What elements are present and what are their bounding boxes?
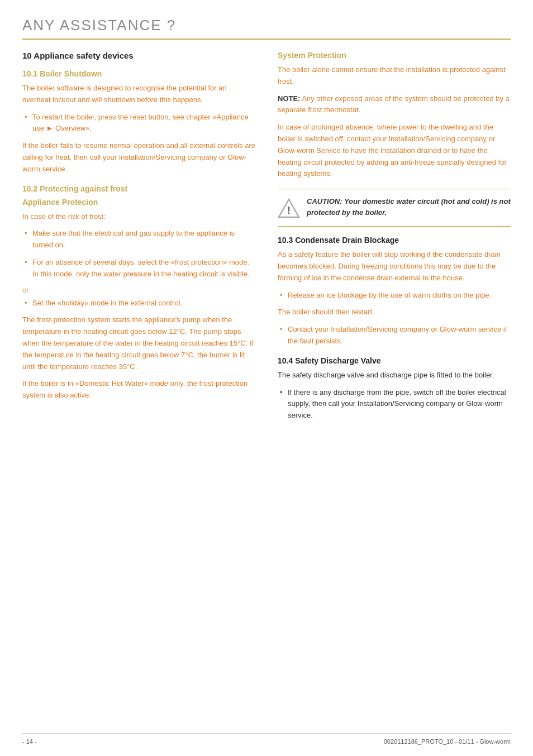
list-item: Set the «holiday» mode in the external c…: [22, 298, 255, 309]
system-protection-text1: The boiler alone cannot ensure that the …: [278, 64, 511, 88]
main-content: 10 Appliance safety devices 10.1 Boiler …: [22, 51, 511, 427]
list-item: Release an ice blockage by the use of wa…: [278, 290, 511, 302]
boiler-fails-text: If the boiler fails to resume normal ope…: [22, 140, 255, 175]
section-10-title: 10 Appliance safety devices: [22, 51, 255, 60]
discharge-bullets: If there is any discharge from the pipe,…: [278, 387, 511, 422]
caution-text: CAUTION: Your domestic water circuit (ho…: [307, 196, 511, 218]
holiday-bullets: Set the «holiday» mode in the external c…: [22, 298, 255, 309]
frost-bullets: Make sure that the electrical and gas su…: [22, 228, 255, 280]
section-10-3-title: 10.3 Condensate Drain Blockage: [278, 236, 511, 245]
system-protection-note: NOTE: Any other exposed areas of the sys…: [278, 93, 511, 117]
section-10-1-title: 10.1 Boiler Shutdown: [22, 69, 255, 78]
boiler-shutdown-text: The boiler software is designed to recog…: [22, 83, 255, 106]
or-label: or: [22, 286, 255, 294]
page-footer: - 14 - 0020112186_PROTO_10 - 01/11 - Glo…: [22, 733, 511, 745]
page-title: ANY ASSISTANCE ?: [22, 17, 511, 34]
caution-box: ! CAUTION: Your domestic water circuit (…: [278, 189, 511, 227]
footer-right: 0020112186_PROTO_10 - 01/11 - Glow-worm: [384, 738, 511, 745]
section-10-4-title: 10.4 Safety Discharge Valve: [278, 356, 511, 365]
list-item: Contact your Installation/Servicing comp…: [278, 324, 511, 347]
system-protection-subtitle: System Protection: [278, 51, 511, 60]
condensate-bullets: Release an ice blockage by the use of wa…: [278, 290, 511, 302]
right-column: System Protection The boiler alone canno…: [278, 51, 511, 427]
discharge-text: The safety discharge valve and discharge…: [278, 370, 511, 381]
list-item: If there is any discharge from the pipe,…: [278, 387, 511, 422]
list-item: Make sure that the electrical and gas su…: [22, 228, 255, 251]
section-10-2-title: 10.2 Protecting against frost: [22, 184, 255, 193]
note-bold-label: NOTE:: [278, 94, 300, 103]
page-header: ANY ASSISTANCE ?: [22, 17, 511, 40]
appliance-protection-subtitle: Appliance Protecion: [22, 198, 255, 207]
hot-water-mode-text: If the boiler is in «Domestic Hot Water»…: [22, 378, 255, 401]
in-case-frost-text: In case of the risk of frost:: [22, 211, 255, 223]
footer-left: - 14 -: [22, 738, 37, 745]
left-column: 10 Appliance safety devices 10.1 Boiler …: [22, 51, 255, 427]
boiler-shutdown-bullets: To restart the boiler, press the reset b…: [22, 112, 255, 135]
svg-text:!: !: [287, 205, 291, 216]
frost-protection-text: The frost-protection system starts the a…: [22, 314, 255, 372]
list-item: For an absence of several days, select t…: [22, 257, 255, 280]
boiler-restart-text: The boiler should then restart.: [278, 307, 511, 318]
condensate-text: As a safety feature the boiler will stop…: [278, 249, 511, 284]
contact-bullets: Contact your Installation/Servicing comp…: [278, 324, 511, 347]
list-item: To restart the boiler, press the reset b…: [22, 112, 255, 135]
system-protection-text2: In case of prolonged absence, where powe…: [278, 122, 511, 180]
caution-icon: !: [278, 197, 300, 219]
